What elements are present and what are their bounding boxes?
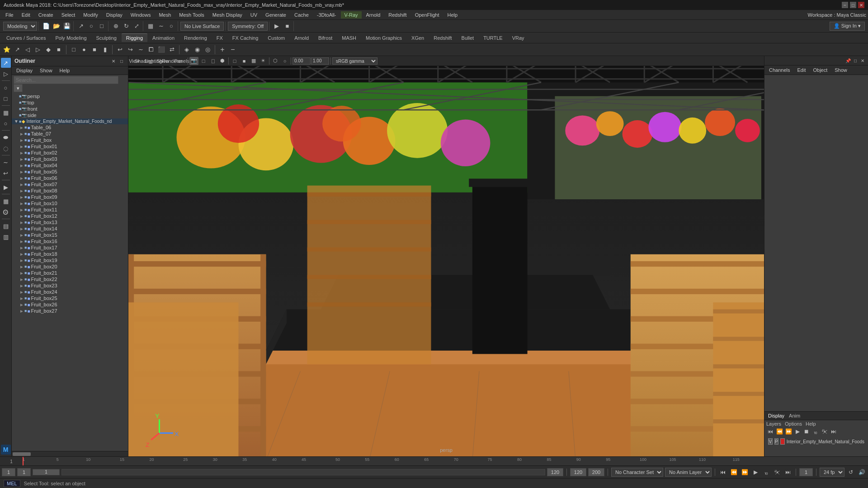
channels-tab[interactable]: Channels: [767, 67, 792, 73]
maximize-button[interactable]: □: [850, 2, 856, 8]
3d-viewport[interactable]: X Y Z persp: [128, 66, 764, 456]
snap-grid[interactable]: ▦: [146, 21, 156, 31]
tab-rigging[interactable]: Rigging: [122, 33, 147, 42]
ik-icon[interactable]: ◉: [192, 45, 202, 55]
tab-custom[interactable]: Custom: [263, 34, 289, 42]
tl-range-full[interactable]: [61, 469, 545, 475]
bend-icon[interactable]: ↩: [115, 45, 125, 55]
channel-btn[interactable]: ▥: [1, 232, 11, 242]
layout-btn[interactable]: ⮿: [1, 207, 11, 217]
ol-item-fruitbox12[interactable]: ► ■ ■ Fruit_box12: [12, 213, 128, 219]
playback-frame-input[interactable]: [799, 468, 813, 476]
tab-curves-surfaces[interactable]: Curves / Surfaces: [2, 34, 50, 42]
paint-mode-btn[interactable]: ▷: [1, 69, 11, 79]
outliner-close-btn[interactable]: ✕: [110, 57, 117, 65]
ol-item-fruitbox08[interactable]: ► ■ ■ Fruit_box08: [12, 188, 128, 194]
move-icon[interactable]: ⭐: [2, 45, 12, 55]
menu-3dtoa[interactable]: -3DtoAll-: [313, 11, 340, 19]
anim-step-fwd-btn[interactable]: ⏧: [821, 427, 829, 436]
outliner-display-menu[interactable]: Display: [14, 67, 34, 74]
minus-icon[interactable]: −: [228, 45, 238, 55]
outliner-list[interactable]: ■ 📷 persp ■ 📷 top ■ 📷 front: [12, 93, 128, 451]
anim-tab[interactable]: Anim: [787, 413, 802, 419]
ipr-button[interactable]: ■: [282, 21, 292, 31]
no-live-button[interactable]: No Live Surface: [180, 22, 224, 31]
menu-file[interactable]: File: [2, 11, 17, 19]
ol-item-fruitbox25[interactable]: ► ■ ■ Fruit_box25: [12, 295, 128, 301]
ol-item-top[interactable]: ■ 📷 top: [12, 99, 128, 106]
ol-item-fruitbox02[interactable]: ► ■ ■ Fruit_box02: [12, 150, 128, 156]
menu-help[interactable]: Help: [443, 11, 461, 19]
anim-next-key-btn[interactable]: ⏨: [811, 427, 820, 436]
tab-bifrost[interactable]: Bifrost: [314, 34, 337, 42]
start-frame-input[interactable]: [17, 468, 31, 476]
new-button[interactable]: 📄: [41, 21, 51, 31]
select-icon[interactable]: ↗: [12, 45, 22, 55]
select-mode-btn[interactable]: ↗: [1, 58, 11, 68]
tab-poly-modeling[interactable]: Poly Modeling: [51, 34, 91, 42]
paint-tool[interactable]: □: [97, 21, 107, 31]
layer-v-btn[interactable]: V: [768, 438, 773, 445]
next-frame-btn[interactable]: ⏧: [773, 468, 782, 477]
ol-item-fruitbox24[interactable]: ► ■ ■ Fruit_box24: [12, 289, 128, 295]
ol-item-front[interactable]: ■ 📷 front: [12, 106, 128, 112]
mode-dropdown[interactable]: Modeling: [3, 22, 37, 31]
tab-bullet[interactable]: Bullet: [457, 34, 479, 42]
menu-mesh-display[interactable]: Mesh Display: [209, 11, 246, 19]
grid-btn[interactable]: ▦: [1, 196, 11, 206]
layers-menu-btn[interactable]: Layers: [766, 421, 781, 427]
ol-item-fruitbox13[interactable]: ► ■ ■ Fruit_box13: [12, 219, 128, 225]
display-tab[interactable]: Display: [766, 413, 786, 419]
ol-item-fruitbox11[interactable]: ► ■ ■ Fruit_box11: [12, 206, 128, 213]
anim-layer-dropdown[interactable]: No Anim Layer: [665, 468, 712, 477]
options-menu-btn[interactable]: Options: [785, 421, 802, 427]
close-button[interactable]: ✕: [858, 2, 864, 8]
outliner-hscroll[interactable]: [12, 451, 128, 456]
layer-p-btn[interactable]: P: [774, 438, 779, 445]
ol-item-main-group[interactable]: ▼ ■ ◆ Interior_Empty_Market_Natural_Food…: [12, 118, 128, 124]
tab-redshift[interactable]: Redshift: [429, 34, 456, 42]
ol-item-fruitbox16[interactable]: ► ■ ■ Fruit_box16: [12, 238, 128, 244]
menu-create[interactable]: Create: [35, 11, 57, 19]
menu-select[interactable]: Select: [58, 11, 79, 19]
paint-select-icon[interactable]: ▷: [33, 45, 43, 55]
help-menu-btn[interactable]: Help: [806, 421, 816, 427]
ol-item-fruitbox27[interactable]: ► ■ ■ Fruit_box27: [12, 308, 128, 314]
vp-quad-icon[interactable]: ⬢: [218, 57, 227, 65]
open-button[interactable]: 📂: [52, 21, 61, 31]
ol-item-fruitbox01[interactable]: ► ■ ■ Fruit_box01: [12, 143, 128, 150]
curve-btn[interactable]: ∼: [1, 157, 11, 167]
ol-item-fruitbox18[interactable]: ► ■ ■ Fruit_box18: [12, 251, 128, 257]
timeline-ruler[interactable]: 1 1 5 10 15 20 25 30 35 40 45 50 55 60 6…: [0, 456, 868, 465]
menu-modify[interactable]: Modify: [80, 11, 101, 19]
total-end-input[interactable]: [588, 468, 604, 476]
tab-motion-graphics[interactable]: Motion Graphics: [361, 34, 406, 42]
snap-point[interactable]: ○: [166, 21, 176, 31]
vp-single-icon[interactable]: ⎕: [208, 57, 217, 65]
vp-gamma-input[interactable]: [311, 57, 329, 65]
end-frame-input[interactable]: [547, 468, 563, 476]
marquee-btn[interactable]: □: [1, 94, 11, 103]
lasso-mode-btn[interactable]: ○: [1, 83, 11, 93]
ol-item-fruitbox17[interactable]: ► ■ ■ Fruit_box17: [12, 244, 128, 251]
lasso-icon[interactable]: ◁: [23, 45, 33, 55]
show-tab[interactable]: Show: [833, 67, 849, 73]
vp-wireframe-icon[interactable]: □: [230, 57, 239, 65]
menu-uv[interactable]: UV: [247, 11, 261, 19]
menu-windows[interactable]: Windows: [127, 11, 155, 19]
lasso-tool[interactable]: ○: [86, 21, 96, 31]
tab-rendering[interactable]: Rendering: [179, 34, 212, 42]
mel-indicator[interactable]: MEL: [4, 480, 20, 487]
vp-isolate-icon[interactable]: ⬡: [271, 57, 280, 65]
tab-fx[interactable]: FX: [212, 34, 227, 42]
anim-prev-btn[interactable]: ⏮: [766, 427, 774, 436]
ol-item-fruitbox04[interactable]: ► ■ ■ Fruit_box04: [12, 162, 128, 169]
anim-step-back-btn[interactable]: ⏪: [775, 427, 783, 436]
ol-item-fruitbox05[interactable]: ► ■ ■ Fruit_box05: [12, 169, 128, 175]
flare-icon[interactable]: ↪: [125, 45, 135, 55]
ol-item-fruitbox09[interactable]: ► ■ ■ Fruit_box09: [12, 194, 128, 200]
scale-tool[interactable]: ⤢: [132, 21, 142, 31]
panel-close-btn[interactable]: ✕: [859, 57, 866, 64]
cube-icon[interactable]: ■: [90, 45, 99, 55]
menu-openflight[interactable]: OpenFlight: [411, 11, 443, 19]
